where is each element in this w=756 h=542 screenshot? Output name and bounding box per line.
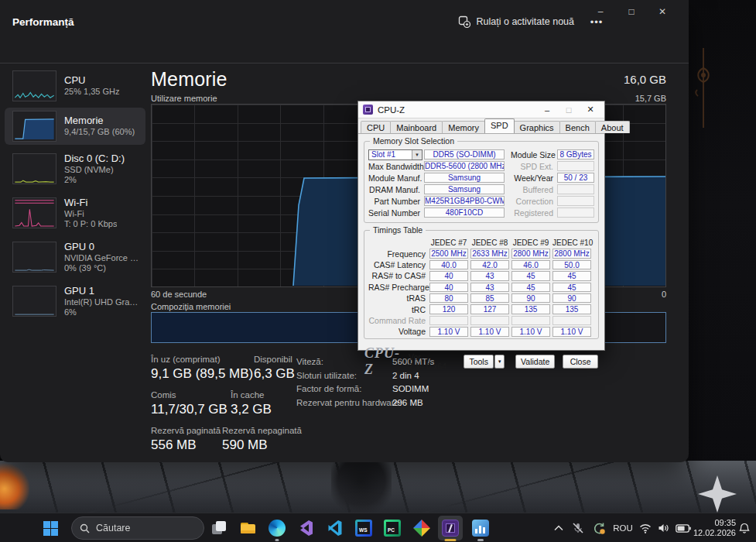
tray-chevron-button[interactable]	[549, 513, 568, 542]
edge-icon	[269, 520, 286, 537]
stat-value: 9,1 GB (89,5 MB)	[151, 366, 254, 382]
taskbar-search[interactable]: Căutare	[71, 513, 204, 542]
memory-thumbnail-chart	[12, 111, 56, 142]
cpuz-tab-cpu[interactable]: CPU	[361, 121, 391, 133]
vscode-button[interactable]	[322, 513, 348, 542]
speaker-icon	[658, 523, 669, 533]
cpuz-titlebar[interactable]: CPU-Z – □ ✕	[358, 101, 604, 118]
gpu0-thumbnail-chart	[12, 242, 56, 273]
tools-dropdown-button[interactable]: ▼	[494, 355, 505, 369]
windows-logo-icon	[43, 521, 58, 536]
sidebar-item-disk[interactable]: Disc 0 (C: D:) SSD (NVMe) 2%	[5, 149, 145, 189]
stat-label: În uz (comprimat)	[151, 355, 254, 364]
stat-value: 590 MB	[222, 437, 302, 453]
wallpaper-rune	[692, 46, 715, 132]
webstorm-button[interactable]: WS	[351, 513, 377, 542]
cpuz-title: CPU-Z	[378, 105, 405, 115]
cpuz-window: CPU-Z – □ ✕ CPUMainboardMemorySPDGraphic…	[357, 101, 605, 351]
sidebar-item-wifi[interactable]: Wi-Fi Wi-Fi T: 0 P: 0 Kbps	[5, 193, 145, 233]
sidebar-item-gpu0[interactable]: GPU 0 NVIDIA GeForce RTX... 0% (39 °C)	[5, 237, 145, 277]
timings-cell: 40	[429, 283, 468, 293]
sidebar-label: Memorie	[64, 115, 135, 127]
mic-muted-tray-button[interactable]	[568, 513, 588, 542]
sidebar-sublabel: 2%	[64, 175, 125, 186]
cpuz-tab-memory[interactable]: Memory	[442, 121, 485, 133]
timings-cell: 45	[511, 283, 550, 293]
slot-field-value: DDR5-5600 (2800 MHz)	[424, 161, 505, 171]
stat-label: Comis	[151, 390, 231, 400]
cpuz-tab-mainboard[interactable]: Mainboard	[390, 121, 443, 133]
slot-field-value	[557, 208, 594, 218]
task-view-button[interactable]	[206, 513, 232, 542]
edge-button[interactable]	[264, 513, 290, 542]
stat-label: Rezervă nepaginată	[222, 426, 302, 435]
timings-row: CAS# Latency40.042.046.050.0	[368, 259, 594, 270]
close-button-cpuz[interactable]: Close	[563, 355, 598, 369]
timings-cell: 2800 MHz	[552, 249, 591, 259]
cpuz-minimize-button[interactable]: –	[536, 103, 558, 117]
slot-row: DRAM Manuf.SamsungBuffered	[368, 184, 594, 195]
taskbar-clock[interactable]: 09:35 12.02.2026	[685, 513, 736, 542]
edge-running-indicator	[275, 539, 279, 541]
timings-row-label: RAS# to CAS#	[368, 271, 427, 280]
task-manager-taskbar-button[interactable]	[467, 513, 494, 542]
timings-cell: 90	[511, 293, 550, 304]
task-manager-running-indicator	[477, 539, 484, 541]
task-view-icon	[210, 520, 227, 537]
timings-row-label: RAS# Precharge	[368, 283, 427, 292]
pycharm-button[interactable]: PC	[379, 513, 405, 542]
sidebar-item-cpu[interactable]: CPU 25% 1,35 GHz	[5, 68, 145, 104]
slot-field-label: DRAM Manuf.	[368, 185, 422, 194]
sync-icon	[593, 522, 606, 535]
slot-field-label: Buffered	[511, 185, 556, 194]
cpuz-tab-graphics[interactable]: Graphics	[514, 121, 560, 133]
slot-field-value	[557, 161, 594, 171]
cpuz-tab-spd[interactable]: SPD	[484, 118, 515, 133]
timings-table-group: Timings Table JEDEC #7JEDEC #8JEDEC #9JE…	[364, 230, 599, 339]
sidebar-item-gpu1[interactable]: GPU 1 Intel(R) UHD Graphics 6%	[5, 281, 145, 321]
stat-label: Rezervă paginată	[151, 426, 222, 435]
file-explorer-button[interactable]	[234, 513, 261, 542]
timings-cell: 85	[470, 293, 509, 304]
timings-cell: 120	[429, 304, 468, 314]
pinwheel-app-button[interactable]	[409, 513, 435, 542]
sync-tray-button[interactable]	[588, 513, 610, 542]
tools-button[interactable]: Tools	[464, 355, 494, 369]
sidebar-sublabel: SSD (NVMe)	[64, 165, 125, 176]
timings-cell	[552, 316, 591, 326]
cpuz-tab-bench[interactable]: Bench	[559, 121, 596, 133]
visual-studio-button[interactable]	[292, 513, 319, 542]
sidebar-label: Wi-Fi	[64, 197, 117, 209]
timings-row: Voltage1.10 V1.10 V1.10 V1.10 V	[368, 326, 594, 337]
timings-row: Frequency2500 MHz2633 MHz2800 MHz2800 MH…	[368, 248, 594, 259]
validate-button[interactable]: Validate	[515, 355, 555, 369]
cpuz-taskbar-button[interactable]	[438, 516, 463, 540]
clock-date: 12.02.2026	[693, 528, 736, 538]
stat-label: Disponibil	[254, 355, 295, 364]
notification-bell-button[interactable]	[736, 513, 753, 542]
start-button[interactable]	[37, 513, 63, 542]
cpuz-tab-about[interactable]: About	[595, 121, 630, 133]
cpu-thumbnail-chart	[12, 70, 56, 101]
detail-value: SODIMM	[392, 384, 429, 394]
volume-tray-button[interactable]	[654, 513, 672, 542]
slot-select-combobox[interactable]: Slot #1▼	[368, 149, 422, 160]
chevron-down-icon[interactable]: ▼	[412, 150, 422, 160]
cpuz-app-icon	[363, 105, 373, 115]
timings-cell: 1.10 V	[511, 327, 550, 337]
sidebar-item-memory[interactable]: Memorie 9,4/15,7 GB (60%)	[5, 108, 145, 145]
slot-row: Max BandwidthDDR5-5600 (2800 MHz)SPD Ext…	[368, 160, 594, 172]
cpuz-maximize-button: □	[558, 103, 580, 117]
language-indicator[interactable]: ROU	[610, 513, 636, 542]
timings-row-label: CAS# Latency	[368, 260, 427, 269]
timings-row: tRAS80859090	[368, 293, 594, 304]
gpu1-thumbnail-chart	[12, 286, 56, 317]
slot-row: Serial Number480F10CDRegistered	[368, 207, 594, 218]
pinwheel-app-icon	[413, 520, 430, 537]
search-icon	[80, 523, 90, 533]
cpuz-close-button[interactable]: ✕	[580, 103, 601, 117]
timings-cell: 45	[511, 271, 550, 281]
wifi-tray-button[interactable]	[636, 513, 655, 542]
timings-row: tRC120127135135	[368, 304, 594, 314]
slot-field-label: Week/Year	[511, 173, 556, 183]
